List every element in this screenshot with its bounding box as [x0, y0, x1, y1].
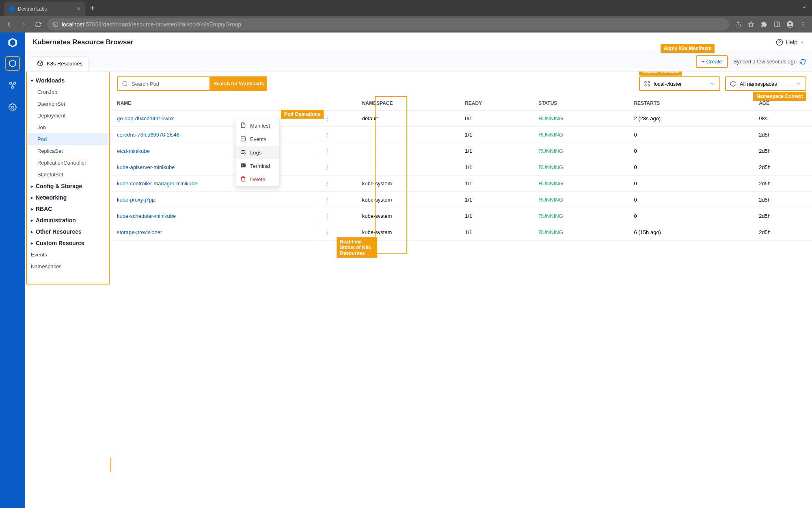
menu-item-label: Delete	[250, 176, 266, 182]
cell-age: 2d5h	[753, 143, 812, 159]
row-more-button[interactable]: ⋮	[323, 164, 333, 170]
cell-status: RUNNING	[538, 229, 563, 235]
cell-ready: 1/1	[459, 208, 533, 224]
row-more-button[interactable]: ⋮	[323, 148, 333, 154]
cell-status: RUNNING	[538, 164, 563, 170]
row-more-button[interactable]: ⋮	[323, 229, 333, 235]
row-more-button[interactable]: ⋮	[323, 197, 333, 203]
nav-apps[interactable]	[5, 78, 20, 93]
star-icon[interactable]	[745, 19, 757, 30]
sidebar-group-label: Custom Resource	[36, 240, 84, 246]
app-logo[interactable]	[6, 37, 19, 49]
forward-button[interactable]	[18, 19, 29, 30]
menu-item-delete[interactable]: Delete	[235, 173, 279, 186]
row-more-button[interactable]: ⋮	[323, 115, 333, 122]
file-icon	[240, 122, 246, 129]
nav-settings[interactable]	[5, 100, 20, 115]
cluster-icon	[644, 80, 650, 87]
sidebar-group[interactable]: ▸Administration	[25, 215, 111, 226]
cell-namespace: kube-system	[356, 208, 459, 224]
pod-name-link[interactable]: storage-provisioner	[117, 229, 162, 235]
svg-point-13	[14, 82, 16, 85]
cluster-dropdown[interactable]: local-cluster	[639, 76, 720, 91]
page-title: Kubernetes Resource Browser	[32, 38, 133, 46]
browser-tab-strip: Devtron Labs × +	[0, 0, 812, 16]
menu-item-logs[interactable]: Logs	[235, 146, 279, 159]
chevron-down-icon[interactable]	[801, 4, 807, 12]
chevron-down-icon	[710, 81, 715, 87]
svg-point-15	[12, 106, 14, 109]
cell-namespace: kube-system	[356, 224, 459, 241]
namespace-dropdown[interactable]: All namespaces	[725, 76, 806, 91]
row-actions-menu: ManifestEventsLogsTerminalDelete	[235, 119, 280, 187]
pod-name-link[interactable]: go-app-d94cbd49f-6wlxr	[117, 115, 174, 122]
pod-name-link[interactable]: kube-proxy-j7pjz	[117, 197, 155, 203]
pod-name-link[interactable]: kube-apiserver-minikube	[117, 164, 175, 170]
help-button[interactable]: Help	[776, 39, 805, 46]
cell-restarts: 2 (28s ago)	[628, 111, 753, 127]
svg-point-19	[123, 81, 127, 86]
row-more-button[interactable]: ⋮	[323, 132, 333, 138]
back-button[interactable]	[3, 19, 15, 30]
row-more-button[interactable]: ⋮	[323, 180, 333, 187]
cell-status: RUNNING	[538, 148, 563, 154]
browser-tab[interactable]: Devtron Labs ×	[4, 2, 85, 16]
sidebar-item[interactable]: ReplicationController	[25, 157, 111, 169]
table-header	[317, 96, 356, 111]
sidebar-item[interactable]: CronJob	[25, 86, 111, 98]
sidebar-group[interactable]: ▾Workloads	[25, 75, 111, 86]
cell-restarts: 0	[628, 127, 753, 143]
menu-icon[interactable]	[797, 19, 809, 30]
menu-item-events[interactable]: Events	[235, 132, 279, 146]
chevron-icon: ▾	[31, 78, 33, 83]
table-row: kube-controller-manager-minikube ⋮ kube-…	[111, 176, 812, 192]
sidebar-item[interactable]: Job	[25, 122, 111, 133]
pod-name-link[interactable]: kube-scheduler-minikube	[117, 213, 176, 219]
reload-button[interactable]	[32, 19, 44, 30]
sidebar-item[interactable]: ReplicaSet	[25, 145, 111, 157]
new-tab-button[interactable]: +	[90, 4, 95, 13]
menu-item-manifest[interactable]: Manifest	[235, 119, 279, 132]
menu-item-terminal[interactable]: Terminal	[235, 159, 279, 173]
sidebar-item[interactable]: Pod	[25, 133, 111, 145]
help-icon	[776, 39, 783, 46]
panel-icon[interactable]	[771, 19, 783, 30]
pod-name-link[interactable]: kube-controller-manager-minikube	[117, 180, 197, 187]
table-header: STATUS	[533, 96, 628, 111]
sidebar-group[interactable]: ▸RBAC	[25, 203, 111, 215]
pod-name-link[interactable]: etcd-minikube	[117, 148, 150, 154]
cell-status: RUNNING	[538, 197, 563, 203]
nav-resource-browser[interactable]	[5, 56, 20, 71]
close-tab-icon[interactable]: ×	[77, 5, 80, 13]
chevron-icon: ▸	[31, 218, 33, 223]
cell-namespace	[356, 159, 459, 176]
sidebar-item[interactable]: Namespaces	[25, 261, 111, 272]
menu-item-label: Events	[250, 136, 266, 142]
sidebar-item[interactable]: Events	[25, 249, 111, 261]
table-row: kube-apiserver-minikube ⋮ 1/1 RUNNING 0 …	[111, 159, 812, 176]
profile-icon[interactable]	[784, 19, 796, 30]
row-more-button[interactable]: ⋮	[323, 213, 333, 219]
search-input[interactable]	[132, 81, 205, 87]
tab-k8s-resources[interactable]: K8s Resources	[31, 56, 89, 70]
sidebar-item[interactable]: DaemonSet	[25, 98, 111, 110]
chevron-icon: ▸	[31, 184, 33, 189]
create-button[interactable]: + Create	[696, 55, 728, 68]
sidebar-item[interactable]: Deployment	[25, 110, 111, 122]
chevron-down-icon	[796, 81, 801, 87]
pod-name-link[interactable]: coredns-78fcd69978-2ls46	[117, 132, 179, 138]
url-input[interactable]: localhost:57068/dashboard/resource-brows…	[47, 18, 729, 30]
cell-namespace	[356, 127, 459, 143]
toolbar: K8s Resources Apply K8s Manifests + Crea…	[25, 52, 812, 72]
sidebar-group[interactable]: ▸Networking	[25, 192, 111, 203]
table-row: coredns-78fcd69978-2ls46 ⋮ 1/1 RUNNING 0…	[111, 127, 812, 143]
sidebar-item[interactable]: StatefulSet	[25, 169, 111, 180]
share-icon[interactable]	[732, 19, 744, 30]
refresh-icon[interactable]	[800, 59, 806, 65]
sidebar-group[interactable]: ▸Other Resources	[25, 226, 111, 237]
extensions-icon[interactable]	[758, 19, 770, 30]
plus-icon: +	[702, 59, 705, 65]
sidebar-group[interactable]: ▸Custom Resource	[25, 237, 111, 249]
table-header: READY	[459, 96, 533, 111]
sidebar-group[interactable]: ▸Config & Storage	[25, 180, 111, 192]
